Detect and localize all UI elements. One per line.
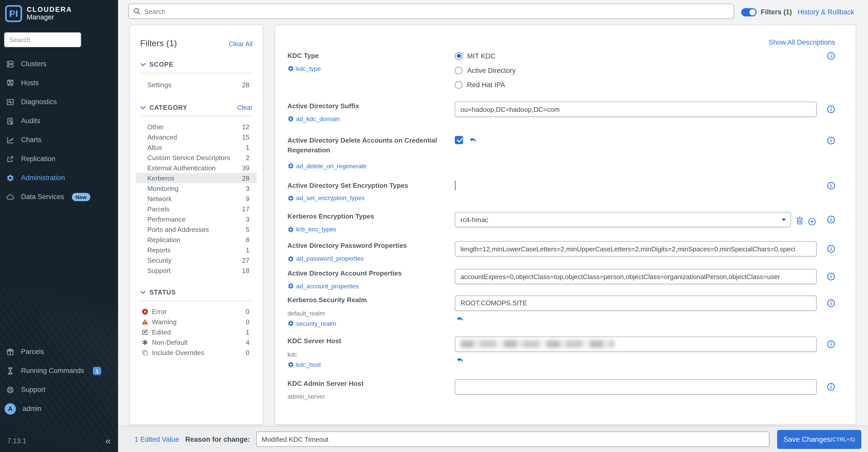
- filter-category-advanced[interactable]: Advanced15: [140, 132, 252, 142]
- filter-count: 39: [242, 164, 249, 172]
- save-changes-button[interactable]: Save Changes (CTRL+S): [777, 430, 861, 449]
- sidebar-item-administration[interactable]: Administration: [0, 168, 118, 187]
- ad-delete-accounts-checkbox[interactable]: [455, 136, 463, 144]
- sidebar-item-clusters[interactable]: Clusters: [0, 54, 118, 73]
- chevron-down-icon[interactable]: [140, 63, 146, 67]
- ad-suffix-input[interactable]: [455, 102, 817, 117]
- kdc-server-host-input[interactable]: [455, 336, 817, 352]
- property-link-label: security_realm: [296, 320, 336, 327]
- collapse-sidebar-icon[interactable]: «: [105, 436, 111, 446]
- info-icon[interactable]: [827, 51, 835, 60]
- ad-password-properties-input[interactable]: [455, 241, 817, 257]
- sidebar-item-parcels[interactable]: Parcels: [0, 342, 118, 361]
- filter-category-monitoring[interactable]: Monitoring3: [140, 183, 252, 193]
- filter-category-support[interactable]: Support18: [140, 265, 252, 276]
- undo-icon[interactable]: [456, 356, 464, 364]
- filter-status-non-default[interactable]: Non-Default 4: [140, 337, 252, 347]
- reason-for-change-input[interactable]: [256, 431, 770, 447]
- info-icon[interactable]: [827, 212, 835, 224]
- brand[interactable]: CLOUDERA Manager: [0, 0, 118, 22]
- filter-category-parcels[interactable]: Parcels17: [140, 204, 252, 214]
- info-icon[interactable]: [827, 102, 835, 114]
- info-icon[interactable]: [827, 181, 835, 190]
- sidebar-item-admin[interactable]: A admin: [0, 399, 118, 418]
- chevron-down-icon[interactable]: [140, 290, 146, 294]
- category-clear-link[interactable]: Clear: [237, 104, 252, 111]
- filters-toggle[interactable]: [741, 8, 756, 16]
- property-link-ad-password-properties[interactable]: ad_password_properties: [287, 255, 444, 262]
- delete-entry-icon[interactable]: [796, 217, 803, 227]
- property-link-security-realm[interactable]: security_realm: [287, 320, 444, 327]
- sidebar-item-support[interactable]: Support: [0, 380, 118, 399]
- property-link-ad-delete-on-regenerate[interactable]: ad_delete_on_regenerate: [287, 162, 444, 169]
- filter-status-error[interactable]: Error 0: [140, 306, 252, 317]
- filter-category-external-authentication[interactable]: External Authentication39: [140, 163, 252, 173]
- topbar: Filters (1) History & Rollback: [118, 0, 868, 24]
- filter-category-replication[interactable]: Replication8: [140, 234, 252, 245]
- filter-count: 5: [246, 225, 249, 233]
- property-link-kdc-host[interactable]: kdc_host: [287, 361, 444, 368]
- filter-status-edited[interactable]: Edited 1: [140, 327, 252, 337]
- history-rollback-link[interactable]: History & Rollback: [798, 0, 854, 24]
- show-all-descriptions-link[interactable]: Show All Descriptions: [768, 38, 835, 46]
- filter-category-network[interactable]: Network9: [140, 193, 252, 204]
- property-link-label: krb_enc_types: [296, 226, 336, 233]
- filter-label: Network: [147, 195, 246, 202]
- info-icon[interactable]: [827, 136, 835, 145]
- radio-active-directory[interactable]: Active Directory: [455, 66, 817, 75]
- filter-category-ports-and-addresses[interactable]: Ports and Addresses5: [140, 224, 252, 234]
- top-search: [128, 4, 734, 19]
- undo-icon[interactable]: [469, 136, 477, 144]
- filter-status-warning[interactable]: Warning 0: [140, 317, 252, 327]
- undo-icon[interactable]: [456, 315, 464, 323]
- info-icon[interactable]: [827, 379, 835, 391]
- property-link-ad-account-properties[interactable]: ad_account_properties: [287, 283, 444, 290]
- edited-icon: [142, 329, 148, 335]
- ad-set-encryption-types-checkbox[interactable]: [455, 180, 456, 190]
- property-link-ad-set-encryption-types[interactable]: ad_set_encryption_types: [287, 195, 444, 202]
- top-search-input[interactable]: [128, 4, 734, 19]
- filter-label: Non-Default: [152, 338, 242, 346]
- property-link-krb-enc-types[interactable]: krb_enc_types: [287, 226, 444, 233]
- save-bar: 1 Edited Value Reason for change: Save C…: [118, 426, 868, 452]
- info-icon[interactable]: [827, 269, 835, 281]
- filter-category-altus[interactable]: Altus1: [140, 142, 252, 152]
- info-icon[interactable]: [827, 336, 835, 348]
- kdc-admin-server-host-input[interactable]: [455, 379, 817, 394]
- sidebar-item-diagnostics[interactable]: Diagnostics: [0, 92, 118, 111]
- sidebar-item-audits[interactable]: Audits: [0, 111, 118, 130]
- sidebar-item-replication[interactable]: Replication: [0, 149, 118, 168]
- enc-types-select[interactable]: rc4-hmac: [455, 212, 791, 228]
- filter-category-other[interactable]: Other12: [140, 122, 252, 132]
- filter-category-custom-service-descriptors[interactable]: Custom Service Descriptors2: [140, 152, 252, 163]
- info-icon[interactable]: [827, 241, 835, 253]
- setting-label: Active Directory Suffix: [287, 102, 444, 111]
- add-entry-icon[interactable]: [808, 218, 816, 226]
- clear-all-link[interactable]: Clear All: [229, 40, 252, 48]
- filter-label: Security: [147, 256, 242, 264]
- sidebar-item-hosts[interactable]: Hosts: [0, 73, 118, 92]
- sidebar-item-charts[interactable]: Charts: [0, 130, 118, 149]
- edited-value-link[interactable]: 1 Edited Value: [134, 435, 179, 443]
- property-link-ad-kdc-domain[interactable]: ad_kdc_domain: [287, 116, 444, 123]
- filter-label: Reports: [147, 246, 246, 254]
- security-realm-input[interactable]: [455, 295, 817, 311]
- filter-category-security[interactable]: Security27: [140, 255, 252, 265]
- filter-status-include-overrides[interactable]: Include Overrides 0: [140, 347, 252, 358]
- lifering-icon: [6, 386, 14, 394]
- filter-category-reports[interactable]: Reports1: [140, 245, 252, 255]
- search-icon: [133, 7, 141, 15]
- gears-icon: [287, 195, 294, 202]
- property-link-kdc-type[interactable]: kdc_type: [287, 65, 444, 72]
- ad-account-properties-input[interactable]: [455, 269, 817, 284]
- filter-category-kerberos[interactable]: Kerberos28: [136, 173, 257, 183]
- sidebar-item-running-commands[interactable]: Running Commands 1: [0, 361, 118, 380]
- radio-mit-kdc[interactable]: MIT KDC: [455, 51, 817, 61]
- chevron-down-icon[interactable]: [140, 106, 146, 110]
- filter-scope-settings[interactable]: Settings 28: [140, 78, 252, 91]
- sidebar-search-input[interactable]: [4, 32, 81, 47]
- radio-red-hat-ipa[interactable]: Red Hat IPA: [455, 80, 817, 89]
- info-icon[interactable]: [827, 295, 835, 307]
- sidebar-item-data-services[interactable]: Data Services New: [0, 187, 118, 206]
- filter-category-performance[interactable]: Performance3: [140, 214, 252, 224]
